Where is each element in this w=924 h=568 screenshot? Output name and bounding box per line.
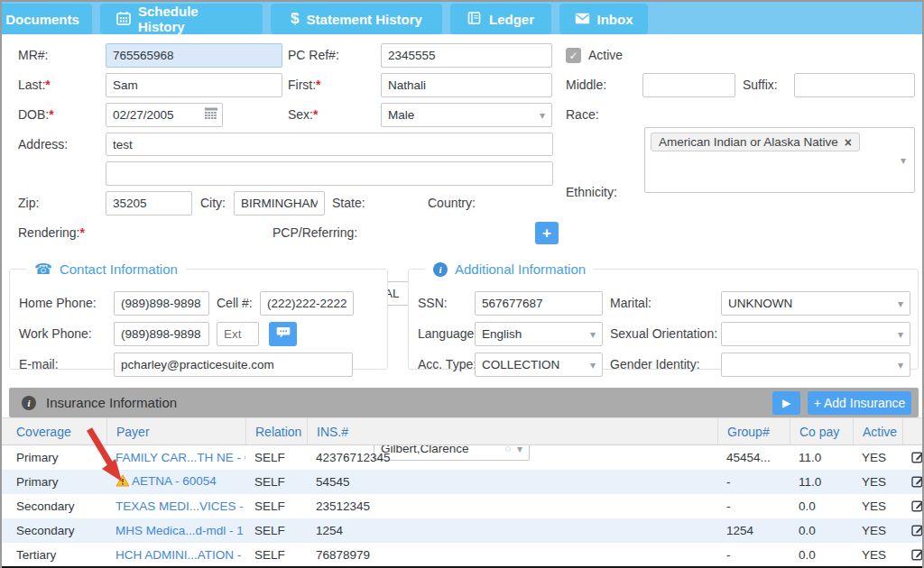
chevron-down-icon: ▾ <box>898 298 903 310</box>
chevron-down-icon: ▾ <box>898 328 903 341</box>
cell-phone-label: Cell #: <box>217 291 260 316</box>
plus-icon: + <box>542 224 551 243</box>
remove-tag-icon[interactable]: × <box>845 136 852 149</box>
expand-insurance-button[interactable]: ▶ <box>772 391 800 415</box>
copay-cell: 0.0 <box>790 548 853 562</box>
first-name-input[interactable] <box>381 73 552 97</box>
ins-number-cell: 76878979 <box>307 548 717 562</box>
relation-cell: SELF <box>245 451 307 464</box>
insurance-row[interactable]: Tertiary HCH ADMINI...ATION - 2 SELF 768… <box>2 543 922 567</box>
additional-information-title: i Additional Information <box>425 261 594 277</box>
ssn-label: SSN: <box>418 291 475 316</box>
race-multiselect[interactable]: American Indian or Alaska Native× ▾ <box>644 127 915 193</box>
payer-link[interactable]: HCH ADMINI...ATION - 2 <box>116 548 245 562</box>
payer-link[interactable]: AETNA - 60054 <box>116 474 217 488</box>
active-checkbox[interactable]: ✓ <box>566 48 581 63</box>
tab-ledger[interactable]: Ledger <box>450 4 551 34</box>
relation-cell: SELF <box>245 524 307 537</box>
edit-icon[interactable] <box>911 450 922 466</box>
address-line2-input[interactable] <box>106 161 553 186</box>
pc-ref-input[interactable] <box>381 43 552 68</box>
calendar-icon <box>116 11 131 28</box>
group-cell: 45454... <box>717 451 790 464</box>
copay-cell: 0.0 <box>790 499 853 513</box>
edit-icon[interactable] <box>911 547 922 563</box>
column-actions <box>902 418 922 444</box>
play-icon: ▶ <box>782 397 790 409</box>
first-name-label: First:* <box>288 73 321 97</box>
work-phone-input[interactable] <box>114 322 209 346</box>
insurance-table-header: Coverage Payer Relation INS.# Group# Co … <box>2 417 922 445</box>
last-name-input[interactable] <box>106 73 282 97</box>
ext-input[interactable] <box>217 322 259 346</box>
chat-icon <box>276 326 291 342</box>
sex-value: Male <box>388 108 414 122</box>
ssn-input[interactable] <box>475 291 603 316</box>
zip-input[interactable] <box>106 191 192 215</box>
chevron-down-icon: ▾ <box>901 154 906 167</box>
payer-link[interactable]: MHS Medica...d-mdl - 1 <box>116 524 244 537</box>
column-group[interactable]: Group# <box>717 418 790 444</box>
relation-cell: SELF <box>245 475 307 489</box>
mr-label: MR#: <box>18 43 48 68</box>
sexual-orientation-select[interactable]: ▾ <box>721 322 910 346</box>
tab-schedule-history[interactable]: Schedule History <box>100 4 263 34</box>
group-cell: - <box>717 548 790 562</box>
acc-type-value: COLLECTION <box>482 358 559 371</box>
suffix-input[interactable] <box>794 73 915 97</box>
mr-input[interactable] <box>106 43 282 68</box>
column-ins[interactable]: INS.# <box>307 418 717 444</box>
column-relation[interactable]: Relation <box>245 418 307 444</box>
middle-name-label: Middle: <box>566 73 606 97</box>
insurance-row[interactable]: Secondary MHS Medica...d-mdl - 1 SELF 12… <box>2 518 922 543</box>
tab-documents-label: Documents <box>5 12 79 27</box>
address-label: Address: <box>18 133 68 157</box>
column-coverage[interactable]: Coverage <box>16 418 106 444</box>
tab-documents[interactable]: Documents <box>2 4 92 34</box>
insurance-row[interactable]: Secondary TEXAS MEDI...VICES - 11 SELF 2… <box>2 494 922 518</box>
add-pcp-button[interactable]: + <box>535 222 559 244</box>
coverage-cell: Tertiary <box>16 548 106 562</box>
column-active[interactable]: Active <box>853 418 902 444</box>
edit-icon[interactable] <box>911 474 922 490</box>
tab-statement-history[interactable]: $ Statement History <box>271 4 442 34</box>
tab-schedule-history-label: Schedule History <box>138 4 246 34</box>
marital-select[interactable]: UNKNOWN ▾ <box>721 291 910 316</box>
coverage-cell: Primary <box>16 451 106 464</box>
work-phone-label: Work Phone: <box>19 322 114 346</box>
check-icon: ✓ <box>568 50 578 62</box>
calendar-icon[interactable] <box>204 106 218 124</box>
dob-label: DOB:* <box>18 103 54 127</box>
active-label: Active <box>588 43 623 68</box>
city-input[interactable] <box>234 191 325 215</box>
sms-button[interactable] <box>269 322 297 346</box>
cell-phone-input[interactable] <box>260 291 354 316</box>
payer-link[interactable]: FAMILY CAR...TH NE - 6( <box>116 451 245 464</box>
add-insurance-button[interactable]: + Add Insurance <box>808 391 911 415</box>
active-cell: YES <box>853 475 902 489</box>
insurance-row[interactable]: Primary FAMILY CAR...TH NE - 6( SELF 423… <box>2 445 922 470</box>
email-input[interactable] <box>114 353 353 377</box>
ethnicity-label: Ethnicity: <box>566 180 617 205</box>
address-line1-input[interactable] <box>106 133 553 156</box>
payer-link[interactable]: TEXAS MEDI...VICES - 11 <box>116 499 245 513</box>
tab-inbox[interactable]: Inbox <box>559 4 648 34</box>
acc-type-select[interactable]: COLLECTION ▾ <box>475 353 603 377</box>
insurance-row[interactable]: Primary AETNA - 60054 SELF 54545 - 11.0 … <box>2 470 922 494</box>
home-phone-input[interactable] <box>114 291 209 316</box>
language-select[interactable]: English ▾ <box>475 322 603 346</box>
insurance-information-title: Insurance Information <box>46 395 177 410</box>
coverage-cell: Primary <box>16 475 106 489</box>
column-copay[interactable]: Co pay <box>790 418 853 444</box>
state-label: State: <box>332 191 365 215</box>
pc-ref-label: PC Ref#: <box>288 43 339 68</box>
edit-icon[interactable] <box>911 499 922 515</box>
column-payer[interactable]: Payer <box>106 418 245 444</box>
chevron-down-icon: ▾ <box>540 109 545 122</box>
edit-icon[interactable] <box>911 523 922 539</box>
middle-name-input[interactable] <box>642 73 735 97</box>
sex-select[interactable]: Male ▾ <box>381 103 552 127</box>
gender-identity-select[interactable]: ▾ <box>721 353 910 377</box>
active-cell: YES <box>853 548 902 562</box>
gender-identity-label: Gender Identity: <box>610 353 721 377</box>
